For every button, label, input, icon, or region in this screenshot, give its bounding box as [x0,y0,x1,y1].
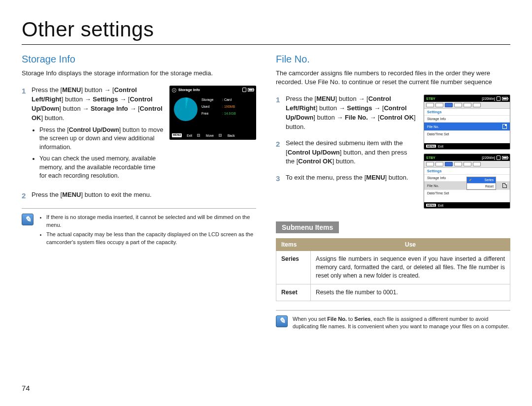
file-no-lcd-2: STBY [220Min] [424,154,510,209]
battery-icon [502,156,508,159]
submenu-table: Items Use Series Assigns file numbers in… [276,238,510,301]
menu-header: Settings [424,109,510,115]
tab-icon [435,162,443,166]
file-no-intro: The camcorder assigns file numbers to re… [276,69,510,87]
storage-info-heading: Storage Info [22,54,256,65]
tab-icon [473,103,481,107]
submenu-popup: ✔Series Reset [466,177,496,190]
bullet: Press the [Control Up/Down] button to mo… [39,126,164,152]
check-icon: ✔ [469,178,472,182]
note-icon: ✎ [22,214,33,225]
move-icon [197,134,200,137]
menu-header: Settings [424,168,510,174]
sdcard-icon [497,96,500,101]
note-item: The actual capacity may be less than the… [46,231,256,246]
step-number: 2 [276,139,280,150]
note-block: ✎ When you set File No. to Series, each … [276,310,510,331]
tab-icon [445,103,453,107]
battery-icon [248,88,254,92]
menu-option-selected: File No. [424,122,510,130]
table-header-items: Items [276,239,311,251]
tab-icon [435,103,443,107]
stby-label: STBY [426,156,435,159]
tab-icon [464,103,471,107]
page-title: Other settings [22,18,510,45]
step-number: 1 [276,94,280,105]
table-row: Series Assigns file numbers in sequence … [276,251,510,284]
table-header-use: Use [311,239,510,251]
tab-icon [426,162,434,166]
step-number: 2 [22,190,26,201]
menu-chip: MENU [426,204,436,207]
tab-icon [454,103,462,107]
step-number: 1 [22,86,26,96]
pie-chart-icon [174,97,198,121]
storage-info-lcd: Storage Info Storage: Card Used: 190MB F [169,86,256,140]
menu-chip: MENU [426,145,436,148]
tab-icon [464,162,471,166]
stby-label: STBY [426,97,435,100]
menu-option: Date/Time Set [424,130,510,137]
bullet: You can check the used memory, available… [39,155,164,181]
submenu-items-heading: Submenu Items [276,221,339,233]
page-number: 74 [22,384,30,392]
gear-icon [172,88,176,93]
tab-icon [445,162,453,166]
left-column: Storage Info Storage Info displays the s… [22,54,256,330]
tab-icon [473,162,481,166]
step-number: 3 [276,173,280,184]
tab-icon [426,103,434,107]
menu-chip: MENU [172,133,182,137]
table-row: Reset Resets the file number to 0001. [276,284,510,301]
storage-info-intro: Storage Info displays the storage inform… [22,69,256,78]
back-icon [219,134,222,137]
document-icon [502,183,507,188]
battery-icon [502,97,508,100]
note-block: ✎ If there is no storage media inserted,… [22,208,256,248]
tab-icon [454,162,462,166]
note-icon: ✎ [276,315,288,327]
lcd-title: Storage Info [178,88,200,93]
note-item: If there is no storage media inserted, i… [46,214,256,229]
file-no-heading: File No. [276,54,510,65]
menu-option: Date/Time Set [424,189,510,196]
right-column: File No. The camcorder assigns file numb… [276,54,510,330]
sdcard-icon [497,156,500,160]
sdcard-icon [242,88,246,92]
file-no-lcd-1: STBY [220Min] [424,94,510,150]
document-icon [502,124,507,129]
menu-option: Storage Info [424,115,510,122]
